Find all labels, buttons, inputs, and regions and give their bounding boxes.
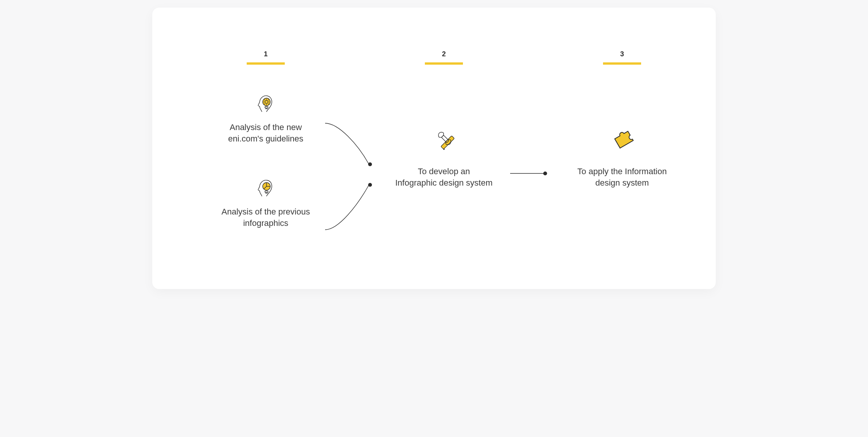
caption-line: infographics (243, 218, 289, 228)
diagram-card: 1 2 3 Analysis of the new eni.com's guid… (152, 8, 716, 289)
connector-1b-to-2 (324, 182, 373, 231)
caption-line: eni.com's guidelines (228, 134, 303, 143)
svg-point-24 (543, 172, 547, 175)
step-underline-2 (425, 62, 463, 65)
step-underline-1 (247, 62, 285, 65)
step1-item-b-caption: Analysis of the previous infographics (205, 206, 327, 229)
svg-point-22 (368, 183, 372, 187)
step2-caption: To develop an Infographic design system (383, 166, 505, 188)
head-gear-lightbulb-icon (254, 93, 276, 114)
caption-line: Analysis of the new (230, 122, 302, 132)
step1-item-a-caption: Analysis of the new eni.com's guidelines (205, 122, 327, 144)
step-number-3: 3 (603, 50, 641, 58)
svg-rect-15 (265, 191, 268, 192)
caption-line: To develop an (418, 167, 470, 176)
caption-line: Infographic design system (395, 178, 493, 188)
svg-point-21 (368, 162, 372, 166)
step-underline-3 (603, 62, 641, 65)
svg-rect-11 (265, 106, 268, 108)
svg-rect-17 (441, 136, 454, 149)
pencil-wrench-cross-icon (433, 127, 456, 150)
step-number-2: 2 (425, 50, 463, 58)
caption-line: Analysis of the previous (222, 207, 310, 216)
step-number-1: 1 (247, 50, 285, 58)
puzzle-piece-icon (611, 126, 635, 150)
connector-1a-to-2 (324, 122, 373, 167)
caption-line: design system (595, 178, 649, 188)
connector-2-to-3 (510, 170, 548, 176)
head-chart-lightbulb-icon (254, 177, 276, 199)
caption-line: To apply the Information (578, 167, 667, 176)
step3-caption: To apply the Information design system (561, 166, 683, 188)
